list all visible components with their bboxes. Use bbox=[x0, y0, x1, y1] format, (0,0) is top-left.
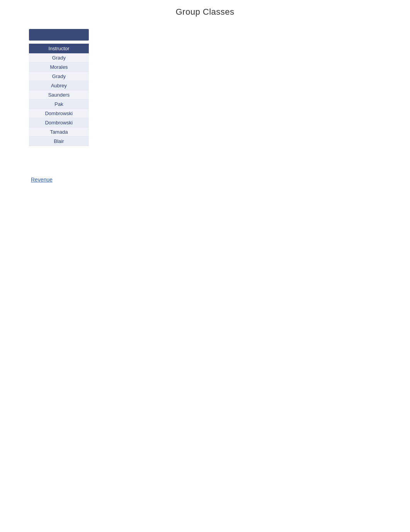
page-title: Group Classes bbox=[0, 0, 410, 22]
table-row[interactable]: Blair bbox=[29, 137, 89, 146]
table-row[interactable]: Dombrowski bbox=[29, 109, 89, 118]
table-row[interactable]: Dombrowski bbox=[29, 118, 89, 127]
instructor-table-container: Instructor GradyMoralesGradyAubreySaunde… bbox=[29, 29, 89, 146]
instructor-table: Instructor GradyMoralesGradyAubreySaunde… bbox=[29, 44, 89, 146]
table-row[interactable]: Tamada bbox=[29, 127, 89, 137]
table-row[interactable]: Grady bbox=[29, 72, 89, 81]
table-row[interactable]: Grady bbox=[29, 53, 89, 63]
table-row[interactable]: Morales bbox=[29, 63, 89, 72]
filter-bar[interactable] bbox=[29, 29, 89, 41]
revenue-link[interactable]: Revenue bbox=[31, 177, 53, 183]
table-row[interactable]: Aubrey bbox=[29, 81, 89, 90]
table-row[interactable]: Saunders bbox=[29, 90, 89, 100]
instructor-column-header[interactable]: Instructor bbox=[29, 44, 89, 53]
table-row[interactable]: Pak bbox=[29, 100, 89, 109]
